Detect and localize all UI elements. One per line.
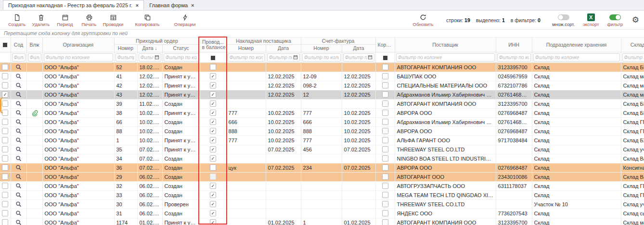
open-record-cell[interactable] [11,126,26,136]
correction-checkbox[interactable] [382,110,388,116]
cell-correction[interactable] [375,172,395,181]
correction-checkbox[interactable] [382,219,388,225]
open-record-cell[interactable] [11,90,26,99]
open-record-cell[interactable] [11,181,26,190]
row-select-checkbox[interactable] [2,73,8,79]
row-select-cell[interactable] [0,108,11,117]
cell-posted-balance[interactable]: ✓ [200,99,226,108]
filter-input-order-number[interactable] [117,55,134,60]
posted-checkbox[interactable]: ✓ [210,128,216,134]
postings-button[interactable]: Проводки [101,11,125,29]
open-record-cell[interactable] [11,99,26,108]
table-row[interactable]: ООО "Альфа"3507.02.2025Принят к учету✓07… [0,145,644,154]
multisort-toggle[interactable] [558,13,569,22]
row-select-checkbox[interactable] [2,146,8,152]
row-select-cell[interactable] [0,136,11,145]
correction-checkbox[interactable] [382,192,388,198]
posted-checkbox[interactable]: ✓ [210,119,216,125]
header-order-number[interactable]: Номер [114,44,137,52]
posted-checkbox[interactable]: ✓ [210,91,216,98]
table-row[interactable]: ООО "Альфа"3810.02.2025Принят к учету✓77… [0,108,644,117]
cell-posted-balance[interactable]: ✓ [200,190,226,200]
magnifier-icon[interactable] [15,110,22,116]
correction-checkbox[interactable] [382,91,388,98]
cell-correction[interactable] [375,126,395,136]
correction-checkbox[interactable] [382,64,388,70]
cell-posted-balance[interactable]: ✓ [200,117,226,126]
cell-posted-balance[interactable]: ✓ [200,72,226,81]
open-record-cell[interactable] [11,117,26,126]
magnifier-icon[interactable] [15,91,22,98]
table-row[interactable]: ООО "Альфа"8810.02.2025Создан✓88810.02.2… [0,126,644,136]
open-record-cell[interactable] [11,154,26,163]
header-supplier-invoice-date[interactable]: Дата [266,44,301,52]
filter-toggle[interactable] [609,13,621,22]
table-row[interactable]: ООО "Альфа"117401.02.2025Принят к учету✓… [0,218,644,225]
table-row[interactable]: ООО "Альфа"6610.02.2025Создан✓66610.02.2… [0,117,644,126]
row-select-checkbox[interactable] [2,210,8,216]
open-record-cell[interactable] [11,145,26,154]
posted-checkbox[interactable]: ✓ [210,192,216,198]
row-select-checkbox[interactable] [2,192,8,198]
cell-posted-balance[interactable]: ✓ [200,90,226,99]
correction-checkbox[interactable] [382,210,388,216]
cell-correction[interactable] [375,90,395,99]
open-record-cell[interactable] [11,81,26,90]
row-select-checkbox[interactable] [2,119,8,125]
posted-checkbox[interactable]: ✓ [210,183,216,189]
magnifier-icon[interactable] [15,82,22,88]
open-record-cell[interactable] [11,209,26,218]
delete-button[interactable]: Удалить [29,11,53,29]
header-warehouse[interactable]: Склад [621,38,644,52]
filter-input-division[interactable] [535,55,618,60]
table-row[interactable]: ООО "Альфа"3206.02.2025Создан✓АВТОГРУЗЗА… [0,181,644,190]
table-row[interactable]: ООО "Альфа"110.02.2025Принят к учету✓777… [0,136,644,145]
row-select-checkbox[interactable] [2,100,8,107]
row-select-checkbox[interactable] [2,128,8,134]
row-select-checkbox[interactable] [2,201,8,207]
magnifier-icon[interactable] [15,64,22,70]
table-row[interactable]: ООО "Альфа"2906.02.2025СозданАВТОГАРАНТ … [0,172,644,181]
filter-input-invoice-number[interactable] [304,55,339,60]
magnifier-icon[interactable] [15,155,22,162]
filter-posted-cell[interactable] [200,52,226,62]
cell-correction[interactable] [375,154,395,163]
posted-checkbox[interactable]: ✓ [210,82,216,88]
cell-posted-balance[interactable]: ✓ [200,81,226,90]
cell-posted-balance[interactable]: ✓ [200,218,226,225]
magnifier-icon[interactable] [15,164,22,171]
filter-input-warehouse[interactable] [624,55,644,60]
table-row[interactable]: ООО "Альфа"4212.02.2025Принят к учету✓12… [0,81,644,90]
table-row[interactable]: ООО "Альфа"3607.02.2025Созданцук07.02.20… [0,163,644,172]
magnifier-icon[interactable] [15,100,22,107]
filter-input-invoice-date[interactable] [345,55,367,60]
header-supplier[interactable]: Поставщик [395,38,496,52]
header-content[interactable]: Сод [11,38,26,52]
correction-checkbox[interactable] [382,201,388,207]
open-record-cell[interactable] [11,200,26,209]
cell-correction[interactable] [375,190,395,200]
correction-checkbox[interactable] [382,155,388,162]
row-select-cell[interactable] [0,209,11,218]
correction-checkbox[interactable] [382,100,388,107]
cell-posted-balance[interactable]: ✓ [200,108,226,117]
filter-input-order-date[interactable] [141,55,154,60]
cell-posted-balance[interactable] [200,172,226,181]
filter-input-organization[interactable] [46,55,111,60]
correction-filter-checkbox[interactable] [383,56,387,60]
correction-checkbox[interactable] [382,73,388,79]
correction-checkbox[interactable] [382,137,388,143]
correction-checkbox[interactable] [382,146,388,152]
export-button[interactable]: X экспорт [579,11,603,29]
correction-checkbox[interactable] [382,174,388,180]
filter-input-inn[interactable] [499,55,529,60]
header-invoice-number[interactable]: Номер [301,44,342,52]
create-button[interactable]: Создать [5,11,29,29]
cell-correction[interactable] [375,136,395,145]
copy-button[interactable]: Копировать [132,11,163,29]
cell-posted-balance[interactable]: ✓ [200,181,226,190]
open-record-cell[interactable] [11,62,26,72]
header-order-date[interactable]: Дата ↓ [137,44,162,52]
open-record-cell[interactable] [11,136,26,145]
open-record-cell[interactable] [11,108,26,117]
